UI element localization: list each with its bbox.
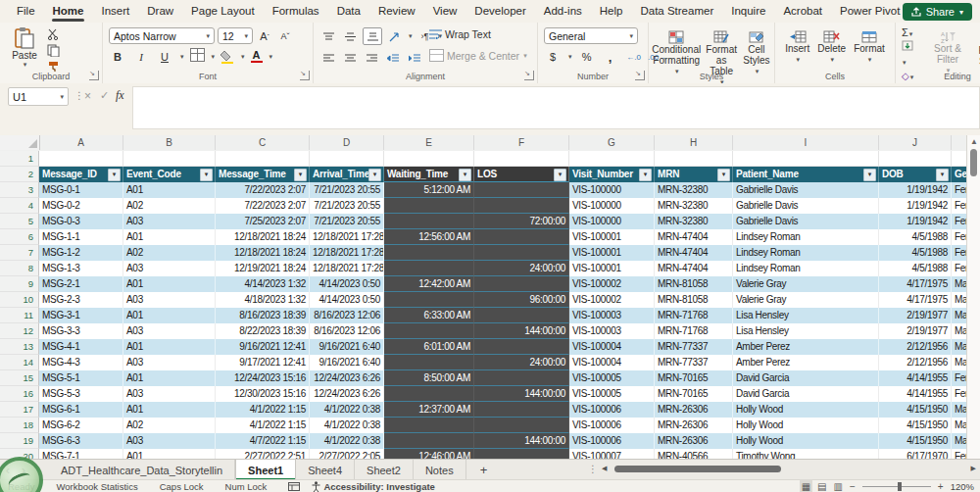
table-cell[interactable]: MSG-0-2	[39, 198, 123, 214]
table-cell[interactable]: MSG-2-3	[39, 292, 123, 308]
table-cell[interactable]: Lisa Hensley	[733, 308, 879, 323]
table-cell[interactable]: Male	[952, 418, 966, 433]
table-cell[interactable]: 4/14/1955	[879, 386, 952, 402]
table-cell[interactable]: 9/17/2021 12:41	[216, 355, 310, 370]
empty-cell[interactable]	[655, 151, 733, 167]
table-cell[interactable]: MRN-47404	[655, 261, 733, 276]
align-middle-button[interactable]	[341, 28, 359, 44]
sort-filter-button[interactable]: AZ Sort & Filter▾	[927, 26, 968, 75]
row-header-4[interactable]: 4	[0, 198, 39, 214]
table-cell[interactable]: Male	[952, 433, 966, 449]
ribbon-tab-data-streamer[interactable]: Data Streamer	[631, 1, 722, 22]
name-box[interactable]: U1▾	[8, 87, 69, 106]
table-cell[interactable]: MRN-71768	[655, 308, 733, 323]
table-header-cell[interactable]: Message_ID▾	[39, 167, 123, 182]
increase-decimal-button[interactable]: ←.0	[625, 49, 643, 65]
page-break-view-button[interactable]: ▥	[834, 481, 843, 492]
table-cell[interactable]: 24:00:00	[474, 261, 569, 276]
align-center-button[interactable]	[341, 50, 359, 66]
cut-button[interactable]	[47, 28, 60, 40]
filter-dropdown-icon[interactable]: ▾	[717, 169, 730, 181]
table-cell[interactable]	[474, 449, 569, 459]
table-cell[interactable]: A03	[123, 386, 216, 402]
table-cell[interactable]: Female	[952, 182, 966, 198]
table-cell[interactable]: 12:42:00 AM	[384, 276, 474, 292]
table-cell[interactable]: 4/15/1950	[879, 402, 952, 418]
table-header-cell[interactable]: Arrival_Time▾	[310, 167, 384, 182]
font-color-button[interactable]: A	[251, 51, 263, 63]
table-cell[interactable]: 4/1/2022 0:38	[310, 433, 384, 449]
row-header-12[interactable]: 12	[0, 323, 39, 339]
column-header-A[interactable]: A	[39, 135, 123, 150]
table-cell[interactable]: Female	[952, 370, 966, 386]
table-header-cell[interactable]: Message_Time▾	[216, 167, 310, 182]
table-cell[interactable]: VIS-100004	[569, 355, 655, 370]
table-cell[interactable]: VIS-100001	[569, 229, 655, 245]
table-cell[interactable]: Amber Perez	[733, 339, 879, 355]
table-cell[interactable]: 7/22/2023 2:07	[216, 198, 310, 214]
filter-dropdown-icon[interactable]: ▾	[554, 169, 566, 181]
table-cell[interactable]: Holly Wood	[733, 402, 879, 418]
number-format-select[interactable]: General▾	[544, 27, 638, 44]
select-all-corner[interactable]	[0, 135, 40, 150]
table-cell[interactable]: 12/18/2021 18:24	[216, 229, 310, 245]
scrollbar-resize-handle[interactable]: ⋮	[588, 464, 598, 474]
table-cell[interactable]: Female	[952, 261, 966, 276]
font-dialog-launcher[interactable]: ↘	[300, 71, 310, 80]
table-cell[interactable]: 2/19/1977	[879, 323, 952, 339]
empty-cell[interactable]	[39, 151, 123, 167]
row-header-1[interactable]: 1	[0, 151, 39, 167]
table-cell[interactable]: Holly Wood	[733, 433, 879, 449]
sheet-tab-sheet1[interactable]: Sheet1	[235, 460, 296, 480]
fill-color-button[interactable]	[220, 50, 234, 64]
table-cell[interactable]: MSG-3-1	[39, 308, 123, 323]
table-cell[interactable]: Female	[952, 245, 966, 261]
sheet-tab-notes[interactable]: Notes	[414, 460, 466, 480]
row-header-13[interactable]: 13	[0, 339, 39, 355]
page-layout-view-button[interactable]: ▤	[817, 481, 826, 492]
table-cell[interactable]: 5:12:00 AM	[384, 182, 474, 198]
table-cell[interactable]	[474, 308, 569, 323]
formula-input[interactable]	[132, 86, 980, 129]
number-dialog-launcher[interactable]: ↘	[635, 71, 645, 80]
table-cell[interactable]: 4/1/2022 1:15	[216, 402, 310, 418]
table-cell[interactable]: MRN-32380	[655, 214, 733, 229]
table-cell[interactable]: Male	[952, 355, 966, 370]
horizontal-scrollbar[interactable]: ⋮ ◀ ▶	[588, 461, 976, 476]
table-cell[interactable]: MSG-1-1	[39, 229, 123, 245]
table-cell[interactable]: A01	[123, 449, 216, 459]
scroll-left-icon[interactable]: ◀	[602, 465, 607, 472]
row-header-10[interactable]: 10	[0, 292, 39, 308]
table-cell[interactable]: 6/17/1970	[879, 449, 952, 459]
table-cell[interactable]: Male	[952, 402, 966, 418]
table-header-cell[interactable]: Event_Code▾	[123, 167, 216, 182]
table-cell[interactable]: 4/14/1955	[879, 370, 952, 386]
italic-button[interactable]: I	[132, 49, 150, 65]
column-header-J[interactable]: J	[879, 135, 952, 150]
table-cell[interactable]: 4/14/2023 0:50	[310, 292, 384, 308]
table-cell[interactable]: MSG-1-2	[39, 245, 123, 261]
decrease-indent-button[interactable]	[384, 50, 402, 66]
table-cell[interactable]: 4/7/2022 1:15	[216, 433, 310, 449]
table-cell[interactable]: 12:56:00 AM	[384, 229, 474, 245]
table-cell[interactable]: MRN-47404	[655, 245, 733, 261]
table-cell[interactable]: 2/27/2022 2:51	[216, 449, 310, 459]
zoom-slider[interactable]	[862, 486, 931, 487]
merge-center-button[interactable]: Merge & Center ▾	[429, 49, 527, 62]
table-cell[interactable]: 12/18/2021 17:28	[310, 261, 384, 276]
table-cell[interactable]: Amber Perez	[733, 355, 879, 370]
table-cell[interactable]	[474, 245, 569, 261]
ribbon-tab-view[interactable]: View	[424, 1, 466, 22]
align-left-button[interactable]	[319, 50, 337, 66]
table-cell[interactable]	[384, 386, 474, 402]
table-cell[interactable]: MSG-6-2	[39, 418, 123, 433]
table-cell[interactable]: Holly Wood	[733, 418, 879, 433]
table-cell[interactable]: VIS-100006	[569, 402, 655, 418]
table-cell[interactable]: A02	[123, 418, 216, 433]
table-cell[interactable]: Female	[952, 214, 966, 229]
row-header-14[interactable]: 14	[0, 355, 39, 370]
table-cell[interactable]	[474, 370, 569, 386]
normal-view-button[interactable]: ▦	[802, 481, 810, 492]
table-cell[interactable]: 72:00:00	[474, 214, 569, 229]
table-cell[interactable]	[474, 418, 569, 433]
